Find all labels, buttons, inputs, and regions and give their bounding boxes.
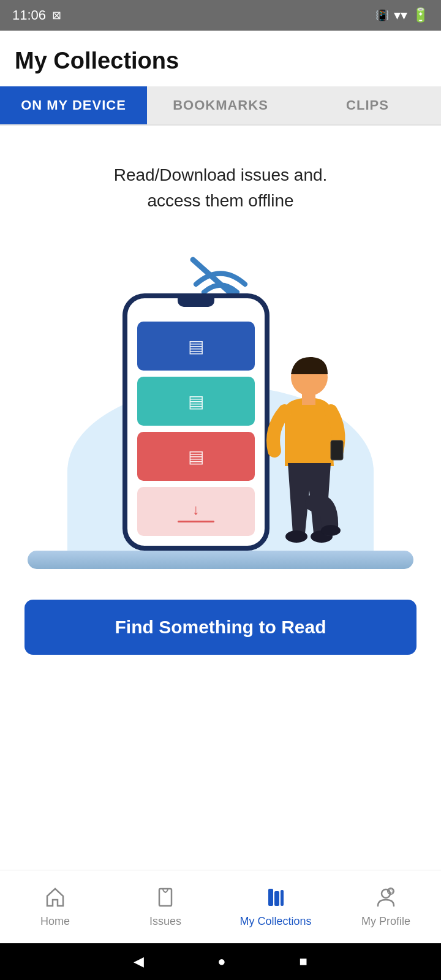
battery-icon: 🔋	[412, 7, 429, 23]
nav-collections-label: My Collections	[239, 915, 311, 928]
main-content: Read/Download issues and. access them of…	[0, 126, 441, 870]
card-1-icon: ▤	[188, 336, 204, 356]
card-2: ▤	[137, 377, 255, 426]
time-display: 11:06	[12, 7, 46, 23]
download-arrow-icon: ↓	[192, 501, 200, 518]
wifi-icon: ▾▾	[394, 7, 407, 23]
svg-rect-4	[331, 440, 343, 460]
phone-mockup: ▤ ▤ ▤ ↓	[123, 293, 270, 551]
sim-icon: ⊠	[52, 9, 61, 22]
header: My Collections	[0, 31, 441, 74]
card-3: ▤	[137, 432, 255, 481]
download-line	[178, 521, 214, 522]
tab-clips[interactable]: CLIPS	[294, 86, 441, 124]
svg-point-7	[321, 525, 341, 536]
card-1: ▤	[137, 322, 255, 371]
svg-point-5	[285, 530, 307, 543]
bottom-nav: Home Issues My Collections	[0, 870, 441, 943]
tab-bookmarks[interactable]: BOOKMARKS	[147, 86, 294, 124]
tab-on-my-device[interactable]: ON MY DEVICE	[0, 86, 147, 124]
illustration: ▤ ▤ ▤ ↓	[43, 238, 398, 581]
issues-icon	[154, 886, 176, 911]
nav-profile-label: My Profile	[361, 915, 410, 928]
svg-rect-9	[274, 891, 279, 906]
nav-home[interactable]: Home	[0, 870, 110, 943]
home-icon	[44, 886, 66, 911]
nav-issues-label: Issues	[149, 915, 181, 928]
find-something-button[interactable]: Find Something to Read	[24, 600, 417, 655]
vibrate-icon: 📳	[375, 9, 389, 22]
tab-bar: ON MY DEVICE BOOKMARKS CLIPS	[0, 86, 441, 126]
status-bar: 11:06 ⊠ 📳 ▾▾ 🔋	[0, 0, 441, 31]
svg-rect-3	[302, 393, 315, 405]
page-title: My Collections	[15, 48, 426, 74]
svg-rect-10	[281, 890, 284, 906]
recent-button[interactable]: ■	[300, 954, 307, 970]
android-nav-bar: ◀ ● ■	[0, 943, 441, 980]
nav-collections[interactable]: My Collections	[221, 870, 331, 943]
profile-icon	[375, 886, 397, 911]
platform	[28, 551, 413, 569]
home-button[interactable]: ●	[217, 954, 225, 970]
card-2-icon: ▤	[188, 391, 204, 412]
nav-profile[interactable]: My Profile	[331, 870, 441, 943]
empty-state-text: Read/Download issues and. access them of…	[114, 162, 328, 214]
svg-rect-8	[268, 889, 273, 906]
nav-issues[interactable]: Issues	[110, 870, 221, 943]
card-3-icon: ▤	[188, 447, 204, 467]
nav-home-label: Home	[40, 915, 70, 928]
person-illustration	[251, 344, 349, 552]
back-button[interactable]: ◀	[134, 954, 144, 970]
card-4-download: ↓	[137, 487, 255, 536]
collections-icon	[265, 886, 287, 911]
